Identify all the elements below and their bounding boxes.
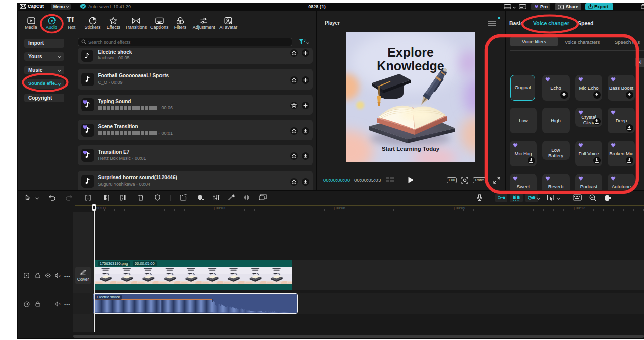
svg-text:0: 0 [59,274,61,277]
svg-text:Explore: Explore [387,45,434,59]
svg-text:Start Learning Today: Start Learning Today [382,146,440,152]
svg-text:0: 0 [59,303,61,306]
svg-text:Knowledge: Knowledge [377,59,444,73]
